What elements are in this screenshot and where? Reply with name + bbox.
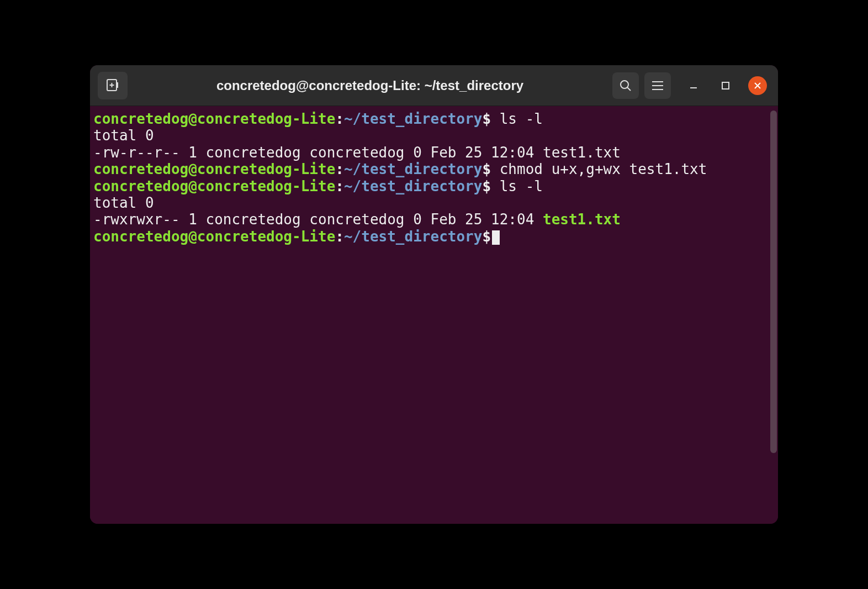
titlebar: concretedog@concretedog-Lite: ~/test_dir… [90,65,778,106]
prompt-dollar: $ [482,111,491,127]
new-tab-icon [105,78,120,93]
window-controls [684,76,767,95]
command-text: chmod u+x,g+wx test1.txt [500,161,707,177]
maximize-button[interactable] [716,76,735,95]
prompt-colon: : [335,161,344,177]
terminal-body[interactable]: concretedog@concretedog-Lite:~/test_dire… [90,106,778,524]
prompt-line: concretedog@concretedog-Lite:~/test_dire… [93,178,775,194]
search-button[interactable] [612,72,639,99]
output-prefix: -rwxrwxr-- 1 concretedog concretedog 0 F… [93,211,543,228]
command-text [491,111,500,127]
prompt-user: concretedog@concretedog-Lite [93,111,335,127]
command-text [491,178,500,194]
minimize-button[interactable] [684,76,703,95]
prompt-line: concretedog@concretedog-Lite:~/test_dire… [93,111,775,127]
svg-rect-10 [722,82,729,89]
close-button[interactable] [748,76,767,95]
window-title: concretedog@concretedog-Lite: ~/test_dir… [133,78,607,93]
terminal-window: concretedog@concretedog-Lite: ~/test_dir… [90,65,778,524]
new-tab-button[interactable] [98,72,128,99]
prompt-dollar: $ [482,228,491,245]
output-line: total 0 [93,194,775,211]
cursor [492,230,500,245]
prompt-user: concretedog@concretedog-Lite [93,228,335,245]
hamburger-icon [652,81,664,91]
svg-line-5 [627,87,631,91]
command-text: ls -l [500,111,543,127]
menu-button[interactable] [644,72,671,99]
prompt-colon: : [335,178,344,194]
prompt-user: concretedog@concretedog-Lite [93,178,335,194]
command-text: ls -l [500,178,543,194]
prompt-path: ~/test_directory [344,178,482,194]
prompt-path: ~/test_directory [344,161,482,177]
prompt-line: concretedog@concretedog-Lite:~/test_dire… [93,161,775,177]
minimize-icon [689,81,698,90]
search-icon [620,80,632,92]
prompt-path: ~/test_directory [344,228,482,245]
output-line: -rw-r--r-- 1 concretedog concretedog 0 F… [93,144,775,161]
prompt-line-active: concretedog@concretedog-Lite:~/test_dire… [93,228,775,245]
command-text [491,161,500,177]
svg-point-4 [621,81,628,88]
output-line: total 0 [93,127,775,144]
prompt-user: concretedog@concretedog-Lite [93,161,335,177]
output-line: -rwxrwxr-- 1 concretedog concretedog 0 F… [93,211,775,228]
close-icon [754,82,761,90]
prompt-colon: : [335,111,344,127]
maximize-icon [721,81,730,90]
prompt-dollar: $ [482,178,491,194]
prompt-path: ~/test_directory [344,111,482,127]
executable-filename: test1.txt [543,211,621,228]
prompt-colon: : [335,228,344,245]
prompt-dollar: $ [482,161,491,177]
scrollbar[interactable] [770,111,777,453]
